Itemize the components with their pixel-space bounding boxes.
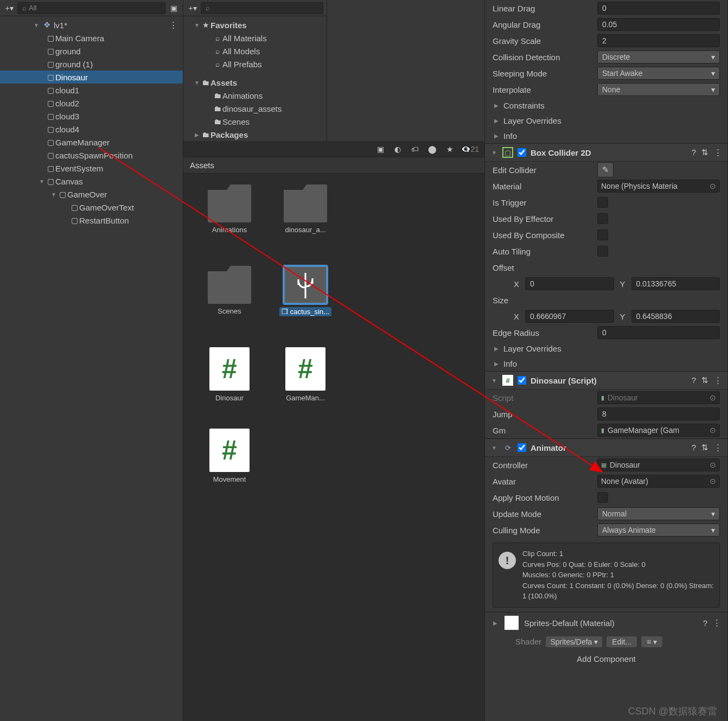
asset-item[interactable]: Animations xyxy=(194,184,265,260)
assets-grid[interactable]: Animationsdinosaur_a...Scenes❒ cactus_si… xyxy=(183,174,484,515)
script-toggle[interactable] xyxy=(518,376,526,385)
used-effector-checkbox[interactable] xyxy=(597,213,608,224)
project-search-input[interactable]: ⌕ xyxy=(201,2,323,14)
hierarchy-item[interactable]: ▢ground (1) xyxy=(0,58,183,71)
collision-dropdown[interactable]: Discrete▾ xyxy=(597,50,720,63)
favorites-item[interactable]: ⌕All Materials xyxy=(183,31,327,44)
asset-item[interactable]: dinosaur_a... xyxy=(270,184,341,260)
menu-icon[interactable]: ⋮ xyxy=(714,375,722,385)
size-x-input[interactable]: 0.6660967 xyxy=(525,310,614,323)
hierarchy-item[interactable]: ▢cloud1 xyxy=(0,84,183,97)
shader-list-button[interactable]: ≡ ▾ xyxy=(641,636,662,647)
target-icon[interactable]: ⊙ xyxy=(710,426,716,435)
layer-overrides-foldout[interactable]: ▶Layer Overrides xyxy=(485,341,727,356)
material-header[interactable]: ▶ Sprites-Default (Material) ? ⋮ xyxy=(485,612,727,634)
scene-row[interactable]: ▼ ❖ lv1* ⋮ xyxy=(0,18,183,31)
hierarchy-item[interactable]: ▢cloud2 xyxy=(0,97,183,110)
hierarchy-item[interactable]: ▢cloud3 xyxy=(0,110,183,123)
dinosaur-script-header[interactable]: ▼ # Dinosaur (Script) ?⇅⋮ xyxy=(485,371,727,390)
hidden-count[interactable]: 👁‍🗨21 xyxy=(461,145,479,154)
scene-menu-icon[interactable]: ⋮ xyxy=(169,20,177,30)
offset-y-input[interactable]: 0.01336765 xyxy=(631,277,720,290)
hierarchy-item[interactable]: ▢GameOverText xyxy=(0,201,183,214)
animator-header[interactable]: ▼ ⟳ Animator ?⇅⋮ xyxy=(485,438,727,457)
edge-radius-input[interactable]: 0 xyxy=(597,326,720,339)
favorites-item[interactable]: ⌕All Prefabs xyxy=(183,58,327,71)
help-icon[interactable]: ? xyxy=(692,443,696,452)
favorites-item[interactable]: ⌕All Models xyxy=(183,44,327,58)
culling-dropdown[interactable]: Always Animate▾ xyxy=(597,524,720,537)
add-component-button[interactable]: Add Component xyxy=(485,650,727,668)
shader-dropdown[interactable]: Sprites/Defa ▾ xyxy=(546,636,602,647)
hierarchy-item[interactable]: ▢Dinosaur xyxy=(0,71,183,84)
assets-breadcrumb[interactable]: Assets xyxy=(183,157,484,174)
menu-icon[interactable]: ⋮ xyxy=(714,148,722,157)
hierarchy-tree[interactable]: ▼ ❖ lv1* ⋮ ▢Main Camera▢ground▢ground (1… xyxy=(0,16,183,227)
shader-edit-button[interactable]: Edit... xyxy=(606,636,637,647)
offset-x-input[interactable]: 0 xyxy=(525,277,614,290)
jump-input[interactable]: 8 xyxy=(597,407,720,420)
hierarchy-item[interactable]: ▢Main Camera xyxy=(0,31,183,44)
asset-item[interactable]: #Movement xyxy=(194,429,265,505)
project-icon-3[interactable]: 🏷 xyxy=(409,144,421,155)
preset-icon[interactable]: ⇅ xyxy=(701,148,708,157)
gravity-scale-input[interactable]: 2 xyxy=(597,34,720,47)
hierarchy-item[interactable]: ▢EventSystem xyxy=(0,162,183,175)
target-icon[interactable]: ⊙ xyxy=(710,477,716,486)
hierarchy-item[interactable]: ▼▢Canvas xyxy=(0,175,183,188)
menu-icon[interactable]: ⋮ xyxy=(713,618,721,628)
create-dropdown[interactable]: +▾ xyxy=(187,3,199,14)
preset-icon[interactable]: ⇅ xyxy=(701,443,708,452)
layer-overrides-foldout[interactable]: ▶Layer Overrides xyxy=(485,113,727,128)
edit-collider-button[interactable]: ✎ xyxy=(597,162,614,177)
linear-drag-input[interactable]: 0 xyxy=(597,2,720,15)
hierarchy-item[interactable]: ▼▢GameOver xyxy=(0,188,183,201)
hierarchy-item[interactable]: ▢RestartButton xyxy=(0,214,183,227)
asset-item[interactable]: ❒ cactus_sin... xyxy=(270,266,341,342)
project-icon-1[interactable]: ▣ xyxy=(374,144,386,155)
asset-item[interactable]: Scenes xyxy=(194,266,265,342)
favorites-folder[interactable]: ▼★Favorites xyxy=(183,18,327,31)
target-icon[interactable]: ⊙ xyxy=(710,182,716,190)
update-mode-dropdown[interactable]: Normal▾ xyxy=(597,507,720,520)
hierarchy-item[interactable]: ▢GameManager xyxy=(0,136,183,149)
info-foldout[interactable]: ▶Info xyxy=(485,356,727,371)
animator-toggle[interactable] xyxy=(518,443,526,452)
help-icon[interactable]: ? xyxy=(692,148,696,157)
hierarchy-item[interactable]: ▢cactusSpawnPosition xyxy=(0,149,183,162)
size-y-input[interactable]: 0.6458836 xyxy=(631,310,720,323)
controller-field[interactable]: ▦Dinosaur⊙ xyxy=(597,458,720,471)
hierarchy-item[interactable]: ▢cloud4 xyxy=(0,123,183,136)
asset-item[interactable]: #Dinosaur xyxy=(194,347,265,423)
project-folder-item[interactable]: 🖿dinosaur_assets xyxy=(183,102,327,115)
hierarchy-filter-button[interactable]: ▣ xyxy=(168,3,180,14)
root-motion-checkbox[interactable] xyxy=(597,492,608,503)
asset-item[interactable]: #GameMan... xyxy=(270,347,341,423)
box-collider-header[interactable]: ▼ ▢ Box Collider 2D ? ⇅ ⋮ xyxy=(485,143,727,162)
project-icon-2[interactable]: ◐ xyxy=(392,144,404,155)
hierarchy-search-input[interactable]: ⌕All xyxy=(17,2,165,14)
info-foldout[interactable]: ▶Info xyxy=(485,128,727,143)
is-trigger-checkbox[interactable] xyxy=(597,197,608,208)
hierarchy-item[interactable]: ▢ground xyxy=(0,44,183,58)
interpolate-dropdown[interactable]: None▾ xyxy=(597,83,720,96)
project-icon-4[interactable]: ⬤ xyxy=(426,144,438,155)
preset-icon[interactable]: ⇅ xyxy=(701,375,708,385)
box-collider-toggle[interactable] xyxy=(518,148,526,157)
help-icon[interactable]: ? xyxy=(692,375,696,385)
used-composite-checkbox[interactable] xyxy=(597,229,608,240)
assets-folder[interactable]: ▼🖿Assets xyxy=(183,76,327,89)
create-dropdown[interactable]: +▾ xyxy=(3,3,15,14)
avatar-field[interactable]: None (Avatar)⊙ xyxy=(597,475,720,488)
sleeping-dropdown[interactable]: Start Awake▾ xyxy=(597,67,720,80)
constraints-foldout[interactable]: ▶Constraints xyxy=(485,98,727,113)
menu-icon[interactable]: ⋮ xyxy=(714,443,722,452)
packages-folder[interactable]: ▶🖿Packages xyxy=(183,128,327,141)
auto-tiling-checkbox[interactable] xyxy=(597,246,608,257)
target-icon[interactable]: ⊙ xyxy=(710,461,716,469)
project-folder-item[interactable]: 🖿Scenes xyxy=(183,115,327,128)
angular-drag-input[interactable]: 0.05 xyxy=(597,18,720,31)
project-icon-5[interactable]: ★ xyxy=(444,144,456,155)
gm-field[interactable]: ▮GameManager (Gam⊙ xyxy=(597,424,720,437)
material-field[interactable]: None (Physics Materia⊙ xyxy=(597,180,720,193)
